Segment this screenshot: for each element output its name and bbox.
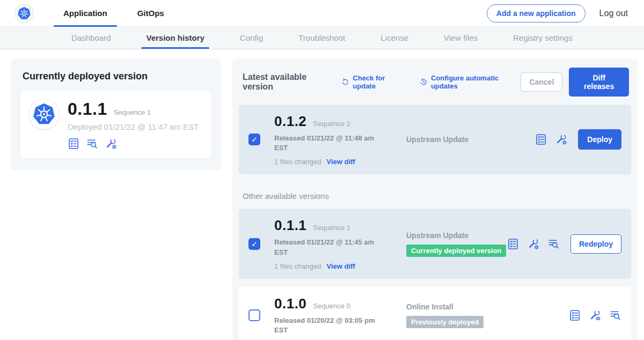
- deployed-version-card: 0.1.1 Sequence 1 Deployed 01/21/22 @ 11:…: [20, 91, 211, 158]
- deployed-timestamp: Deployed 01/21/22 @ 11:47 am EST: [68, 122, 199, 131]
- deployed-panel-title: Currently deployed version: [23, 71, 211, 82]
- tab-version-history[interactable]: Version history: [128, 27, 222, 49]
- tab-dashboard[interactable]: Dashboard: [54, 27, 128, 49]
- previously-deployed-badge: Previously deployed: [406, 316, 484, 328]
- tab-troubleshoot[interactable]: Troubleshoot: [281, 27, 363, 49]
- tab-license-label: License: [380, 33, 408, 42]
- configure-auto-updates-label: Configure automatic updates: [431, 74, 521, 90]
- top-nav: Application GitOps Add a new application…: [0, 0, 644, 27]
- main-content: Currently deployed version 0.1.1 Sequenc…: [0, 49, 644, 340]
- version-source: Upstream Update: [406, 231, 507, 240]
- tab-view-files-label: View files: [444, 33, 478, 42]
- preflight-checklist-icon[interactable]: [535, 134, 547, 145]
- version-sequence: Sequence 2: [313, 120, 350, 128]
- tab-application[interactable]: Application: [54, 0, 117, 26]
- tab-config[interactable]: Config: [222, 27, 281, 49]
- released-timestamp: Released 01/21/22 @ 11:45 am EST: [274, 238, 387, 257]
- tab-application-label: Application: [63, 9, 107, 18]
- tab-registry-settings-label: Registry settings: [513, 33, 573, 42]
- version-card-0-1-2: ✓ 0.1.2 Sequence 2 Released 01/21/22 @ 1…: [239, 105, 631, 174]
- files-changed-label: 1 files changed: [274, 158, 321, 166]
- latest-available-title: Latest available version: [243, 72, 333, 92]
- preflight-checklist-icon[interactable]: [569, 309, 581, 321]
- version-number: 0.1.0: [274, 295, 306, 312]
- logout-link[interactable]: Log out: [599, 9, 628, 18]
- diff-releases-button[interactable]: Diff releases: [569, 68, 629, 97]
- clock-arrow-icon: [420, 78, 428, 86]
- edit-config-wrench-gear-icon[interactable]: [528, 238, 539, 250]
- tab-version-history-label: Version history: [146, 33, 204, 42]
- check-for-update-label: Check for update: [353, 74, 406, 90]
- tab-view-files[interactable]: View files: [426, 27, 495, 49]
- tab-registry-settings[interactable]: Registry settings: [495, 27, 590, 49]
- files-changed-label: 1 files changed: [274, 262, 321, 270]
- circular-arrow-icon: [341, 78, 349, 86]
- version-card-0-1-0: 0.1.0 Sequence 0 Released 01/20/22 @ 03:…: [239, 287, 631, 340]
- version-sequence: Sequence 0: [313, 302, 350, 310]
- version-checkbox[interactable]: ✓: [248, 238, 260, 250]
- version-number: 0.1.1: [274, 217, 306, 234]
- deployed-sequence: Sequence 1: [114, 108, 151, 116]
- view-config-wrench-eye-icon[interactable]: [589, 309, 601, 321]
- other-versions-label: Other available versions: [243, 191, 631, 201]
- currently-deployed-badge: Currently deployed version: [406, 245, 506, 257]
- view-logs-icon[interactable]: [548, 238, 560, 250]
- app-logo: [29, 99, 59, 129]
- version-sequence: Sequence 1: [313, 224, 350, 232]
- tab-license[interactable]: License: [363, 27, 426, 49]
- configure-auto-updates-link[interactable]: Configure automatic updates: [420, 74, 521, 90]
- tab-gitops-label: GitOps: [137, 9, 164, 18]
- kubernetes-logo: [15, 4, 33, 23]
- deploy-button[interactable]: Deploy: [578, 129, 621, 150]
- view-diff-link[interactable]: View diff: [326, 262, 355, 270]
- check-for-update-link[interactable]: Check for update: [341, 74, 406, 90]
- deployed-version-number: 0.1.1: [68, 99, 107, 119]
- released-timestamp: Released 01/21/22 @ 11:48 am EST: [274, 134, 387, 153]
- preflight-checklist-icon[interactable]: [68, 138, 79, 150]
- version-source: Online Install: [406, 302, 569, 311]
- tab-config-label: Config: [240, 33, 263, 42]
- view-logs-icon[interactable]: [610, 309, 621, 321]
- versions-panel-header: Latest available version Check for updat…: [239, 68, 631, 97]
- tab-gitops[interactable]: GitOps: [128, 0, 174, 26]
- tab-troubleshoot-label: Troubleshoot: [298, 33, 345, 42]
- app-nav-tabs: Application GitOps: [54, 0, 174, 26]
- version-number: 0.1.2: [274, 113, 306, 130]
- version-source: Upstream Update: [406, 135, 535, 144]
- redeploy-button[interactable]: Redeploy: [570, 234, 621, 254]
- released-timestamp: Released 01/20/22 @ 03:05 pm EST: [274, 316, 387, 335]
- version-checkbox[interactable]: [248, 309, 260, 321]
- app-sub-nav: Dashboard Version history Config Trouble…: [0, 27, 644, 49]
- version-checkbox[interactable]: ✓: [248, 134, 260, 145]
- view-logs-icon[interactable]: [86, 138, 98, 150]
- version-card-0-1-1: ✓ 0.1.1 Sequence 1 Released 01/21/22 @ 1…: [239, 209, 631, 278]
- version-history-panel: Latest available version Check for updat…: [232, 59, 638, 340]
- add-new-application-button[interactable]: Add a new application: [487, 4, 586, 23]
- view-diff-link[interactable]: View diff: [326, 158, 355, 166]
- cancel-button[interactable]: Cancel: [521, 72, 562, 92]
- preflight-checklist-icon[interactable]: [507, 238, 519, 250]
- tab-dashboard-label: Dashboard: [71, 33, 111, 42]
- edit-config-wrench-gear-icon[interactable]: [105, 138, 117, 150]
- currently-deployed-panel: Currently deployed version 0.1.1 Sequenc…: [11, 59, 221, 170]
- edit-config-wrench-gear-icon[interactable]: [555, 134, 567, 145]
